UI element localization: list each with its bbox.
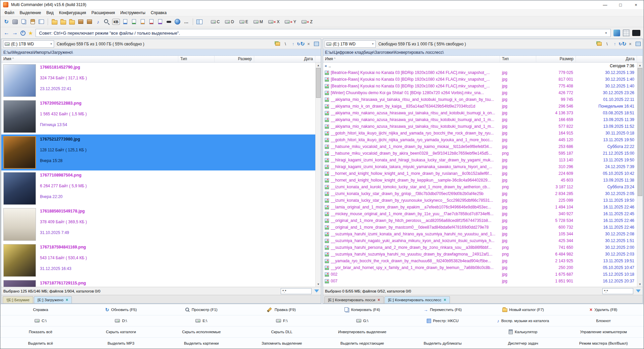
file-row[interactable]: __suzumiya_haruhi_suzumiya_haruhi_no_yuu… xyxy=(323,251,637,258)
file-row[interactable]: __mickey_mouse_original_and_1_more_drawn… xyxy=(323,210,637,217)
file-row[interactable]: «..Сегодня 7:36 xyxy=(323,63,637,69)
drive-button-Z[interactable]: ×Z xyxy=(300,18,315,25)
command-button[interactable]: Показать всё xyxy=(0,326,81,338)
scroll-down-icon[interactable]: ▼ xyxy=(316,281,321,287)
right-drive-selector[interactable]: (E:) 1TB WD ▼ xyxy=(325,40,376,48)
edit-tools-icon[interactable] xyxy=(11,18,19,26)
pane-tab[interactable]: [E:] Загружено× xyxy=(34,296,72,303)
right-filter-input[interactable] xyxy=(602,288,633,294)
root-slash-icon[interactable]: \ xyxy=(282,41,288,47)
menu-item-Инструменты[interactable]: Инструменты xyxy=(118,10,148,16)
column-header-size[interactable]: Размер xyxy=(215,56,254,62)
file-row[interactable]: __hiiragi_kagami_izumi_konata_takara_miy… xyxy=(323,163,637,170)
command-button[interactable]: C:\ xyxy=(0,315,81,326)
column-header-size[interactable]: Размер xyxy=(536,56,576,62)
folder-pair-icon[interactable] xyxy=(596,41,602,47)
menu-item-Вид[interactable]: Вид xyxy=(44,10,56,16)
command-button[interactable]: Управление компьютером xyxy=(563,326,644,338)
minimize-button[interactable]: — xyxy=(597,0,613,9)
left-filter-input[interactable] xyxy=(281,288,312,294)
left-drive-selector[interactable]: (E:) 1TB WD ▼ xyxy=(3,40,54,48)
command-line-combo[interactable]: Совет: Ctrl+G переключает режим "все фай… xyxy=(36,29,611,37)
file-item[interactable]: 17677108987504.png6 264 277 Байт ( 5,9 М… xyxy=(1,170,315,206)
file-row[interactable]: __hornet_and_knight_hollow_knight_drawn_… xyxy=(323,177,637,184)
command-button[interactable]: Калькулятор xyxy=(483,326,563,338)
command-button[interactable]: Выделить картинки xyxy=(161,338,242,349)
viewer-icon[interactable] xyxy=(165,18,173,26)
command-button[interactable]: ♪Воспр. музыки из каталога xyxy=(483,315,563,326)
command-button[interactable]: Диспетчер задач xyxy=(483,338,563,349)
dual-panel-icon[interactable] xyxy=(195,18,203,26)
left-scrollbar[interactable]: ▲ ▼ xyxy=(315,63,321,287)
menu-item-Конфигурация[interactable]: Конфигурация xyxy=(56,10,89,16)
menu-item-Выделение[interactable]: Выделение xyxy=(17,10,44,16)
refresh-icon[interactable]: ↻ xyxy=(298,41,304,47)
command-button[interactable]: Просмотр (F1) xyxy=(161,304,242,315)
up-icon[interactable]: ↑ xyxy=(290,41,296,47)
drive-button-E[interactable]: E xyxy=(237,18,250,25)
left-path-bar[interactable]: E:\ы\Медиатека\Импорты\Загружено\ xyxy=(1,49,321,56)
command-button[interactable]: Режим мастера (Вкл/Выкл) xyxy=(563,338,644,349)
file-item[interactable]: 1761885601549178.jpg378 409 Байт ( 369,5… xyxy=(1,206,315,242)
scroll-up-icon[interactable]: ▲ xyxy=(316,63,321,68)
menu-item-Справка[interactable]: Справка xyxy=(148,10,169,16)
paste-icon[interactable] xyxy=(29,18,37,26)
file-row[interactable]: [Beatrice-Raws] Kyoukai no Kanata 03 [BD… xyxy=(323,69,637,76)
command-button[interactable]: Выделить дубликаты xyxy=(403,338,483,349)
file-row[interactable]: [Winter] Chuunibyou demo Koi ga Shitai! … xyxy=(323,89,637,96)
new-folder-icon[interactable] xyxy=(50,18,58,26)
scroll-down-icon[interactable]: ▼ xyxy=(637,281,643,287)
command-button[interactable]: ×Удалить (F8) xyxy=(563,304,644,315)
command-button[interactable]: Реестр: HKCU xyxy=(403,315,483,326)
search-icon[interactable] xyxy=(103,18,111,26)
tab-close-icon[interactable]: × xyxy=(378,298,380,302)
file-row[interactable]: __hornet_and_knight_hollow_knight_and_1_… xyxy=(323,170,637,177)
file-row[interactable]: __yor_briar_and_hornet_spy_x_family_and_… xyxy=(323,264,637,271)
file-row[interactable]: __akiyama_mio_nakano_azusa_hirasawa_yui_… xyxy=(323,116,637,123)
file-row[interactable]: 007jpg1 851 90116.12.2025 20:37 xyxy=(323,278,637,284)
globe-icon[interactable] xyxy=(174,18,182,26)
file-row[interactable]: __izumi_konata_and_kuroki_tomoko_lucky_s… xyxy=(323,184,637,190)
right-path-bar[interactable]: E:\ы\Цифровое кладбище\Заготовки\Конверт… xyxy=(323,49,643,56)
file-row[interactable]: __akiyama_mio_nakano_azusa_hirasawa_yui_… xyxy=(323,110,637,116)
command-button[interactable]: Инвертировать выделение xyxy=(322,326,403,338)
column-header-date[interactable]: Дата xyxy=(254,56,315,62)
command-button[interactable]: Правка (F9) xyxy=(242,304,322,315)
back-icon[interactable]: ← xyxy=(4,30,9,36)
file-row[interactable]: __suzumiya_haruhi_izumi_konata_and_hiran… xyxy=(323,231,637,237)
drive-button-Y[interactable]: ×Y xyxy=(283,18,298,25)
filter-funnel-icon[interactable] xyxy=(314,289,319,293)
drive-button-X[interactable]: ×X xyxy=(266,18,281,25)
forward-icon[interactable]: → xyxy=(12,30,18,36)
copy-icon[interactable] xyxy=(20,18,28,26)
command-button[interactable]: Скрыть DLL xyxy=(242,326,322,338)
pane-tab[interactable]: [E:] Конвертировать лосслесс× xyxy=(384,296,450,303)
columns-icon[interactable] xyxy=(306,41,312,47)
file-item[interactable]: 17672005212883.png1 565 432 Байт ( 1,5 М… xyxy=(1,99,315,134)
more-icon[interactable] xyxy=(182,18,190,26)
file-row[interactable]: __original_and_1_more_drawn_by_mastcom0_… xyxy=(323,224,637,231)
file-item[interactable]: 17665181452790.jpg324 734 Байт ( 317,1 К… xyxy=(1,63,315,99)
scroll-up-icon[interactable]: ▲ xyxy=(637,63,643,68)
up-icon[interactable]: ↑ xyxy=(612,41,618,47)
refresh-icon[interactable]: ↻ xyxy=(619,41,626,47)
file-row[interactable]: __akiyama_mio_k_on_drawn_by_kaiga__835a1… xyxy=(323,103,637,110)
columns-icon[interactable] xyxy=(627,41,633,47)
menu-item-Файл[interactable]: Файл xyxy=(2,10,17,16)
command-prompt-icon[interactable] xyxy=(632,30,640,36)
doc-edit-icon[interactable] xyxy=(147,18,155,26)
file-row[interactable]: __original_and_1_more_drawn_by_hitch_per… xyxy=(323,217,637,224)
folder-pair-icon[interactable] xyxy=(275,41,281,47)
command-button[interactable]: Блокнот xyxy=(563,315,644,326)
file-row[interactable]: [Beatrice-Raws] Kyoukai no Kanata 03 [BD… xyxy=(323,83,637,89)
command-button[interactable]: Скрыть исполняемые xyxy=(161,326,242,338)
file-row[interactable]: __izumi_konata_lucky_star_drawn_by_ryuun… xyxy=(323,197,637,204)
doc-list-icon[interactable] xyxy=(130,18,138,26)
scrollbar-track[interactable] xyxy=(316,68,321,281)
layout-icon[interactable] xyxy=(37,18,45,26)
file-row[interactable]: __gotoh_hitori_kita_ikuyo_ijichi_nijika_… xyxy=(323,130,637,137)
tab-close-icon[interactable]: × xyxy=(66,298,68,302)
command-button[interactable]: G:\ xyxy=(322,315,403,326)
run-icon[interactable] xyxy=(613,30,620,36)
file-row[interactable]: __izumi_konata_lucky_star_drawn_by_gnlop… xyxy=(323,190,637,197)
